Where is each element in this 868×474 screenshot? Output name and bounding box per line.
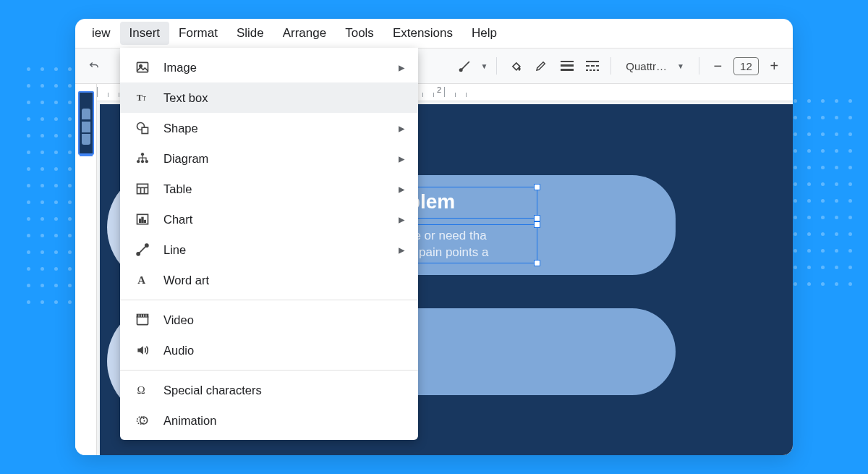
menu-separator bbox=[120, 370, 418, 371]
menubar: iewInsertFormatSlideArrangeToolsExtensio… bbox=[75, 19, 793, 48]
shape-icon bbox=[135, 120, 150, 136]
border-weight-icon[interactable] bbox=[557, 55, 576, 77]
menu-item-label: Video bbox=[163, 313, 194, 327]
menu-slide[interactable]: Slide bbox=[227, 22, 273, 45]
slide-thumbnail-panel bbox=[75, 84, 97, 455]
svg-rect-21 bbox=[142, 127, 148, 133]
svg-point-25 bbox=[145, 160, 148, 163]
svg-rect-6 bbox=[586, 65, 590, 67]
font-size-increase-button[interactable]: + bbox=[765, 55, 784, 77]
svg-rect-10 bbox=[590, 69, 592, 71]
menu-item-image[interactable]: Image▸ bbox=[120, 52, 418, 82]
svg-rect-31 bbox=[140, 219, 141, 222]
toolbar-separator bbox=[610, 57, 611, 75]
menu-arrange[interactable]: Arrange bbox=[273, 22, 336, 45]
svg-rect-33 bbox=[145, 221, 146, 223]
pencil-icon[interactable] bbox=[532, 55, 551, 77]
wordart-icon: A bbox=[135, 272, 150, 288]
menu-item-label: Word art bbox=[163, 274, 209, 287]
font-family-label: Quattr… bbox=[626, 60, 667, 72]
paint-bucket-icon[interactable] bbox=[506, 55, 525, 77]
decor-dots-right bbox=[788, 94, 868, 304]
animation-icon bbox=[135, 412, 150, 428]
menu-item-shape[interactable]: Shape▸ bbox=[120, 113, 418, 143]
menu-item-label: Table bbox=[163, 182, 192, 196]
svg-point-22 bbox=[141, 153, 144, 156]
svg-rect-7 bbox=[591, 65, 595, 67]
svg-text:Ω: Ω bbox=[137, 384, 145, 396]
menu-item-audio[interactable]: Audio bbox=[120, 335, 418, 365]
submenu-arrow-icon: ▸ bbox=[399, 122, 405, 135]
menu-item-table[interactable]: Table▸ bbox=[120, 174, 418, 204]
svg-point-36 bbox=[145, 244, 148, 247]
submenu-arrow-icon: ▸ bbox=[399, 152, 405, 166]
table-icon bbox=[135, 181, 150, 197]
svg-rect-9 bbox=[586, 69, 588, 71]
menu-format[interactable]: Format bbox=[169, 22, 227, 45]
toolbar-separator bbox=[699, 57, 699, 75]
decor-dots-left bbox=[22, 62, 80, 178]
omega-icon: Ω bbox=[135, 382, 150, 398]
menu-tools[interactable]: Tools bbox=[336, 22, 383, 45]
resize-handle[interactable] bbox=[534, 184, 540, 190]
slides-app-window: iewInsertFormatSlideArrangeToolsExtensio… bbox=[75, 19, 793, 455]
menu-item-special-characters[interactable]: ΩSpecial characters bbox=[120, 375, 418, 405]
video-icon bbox=[135, 312, 150, 328]
svg-rect-11 bbox=[593, 69, 595, 71]
menu-iew[interactable]: iew bbox=[82, 22, 120, 45]
menu-item-diagram[interactable]: Diagram▸ bbox=[120, 143, 418, 174]
svg-rect-5 bbox=[586, 61, 599, 62]
slide-thumbnail[interactable] bbox=[78, 91, 94, 155]
svg-rect-4 bbox=[561, 69, 574, 71]
toolbar-separator bbox=[496, 57, 497, 75]
svg-text:T: T bbox=[142, 96, 146, 102]
menu-item-chart[interactable]: Chart▸ bbox=[120, 204, 418, 234]
svg-point-1 bbox=[459, 69, 461, 71]
resize-handle[interactable] bbox=[534, 221, 540, 228]
svg-text:A: A bbox=[137, 274, 145, 286]
textbox-icon: TT bbox=[135, 90, 150, 106]
menu-help[interactable]: Help bbox=[462, 22, 506, 45]
resize-handle[interactable] bbox=[534, 215, 540, 221]
svg-rect-38 bbox=[137, 316, 148, 325]
border-dash-icon[interactable] bbox=[582, 55, 602, 77]
menu-item-word-art[interactable]: AWord art bbox=[120, 265, 418, 295]
menu-item-label: Special characters bbox=[163, 384, 262, 397]
audio-icon bbox=[135, 342, 150, 358]
menu-item-animation[interactable]: Animation bbox=[120, 405, 418, 436]
font-size-decrease-button[interactable]: − bbox=[708, 55, 728, 77]
menu-insert[interactable]: Insert bbox=[120, 22, 170, 45]
svg-rect-32 bbox=[142, 218, 143, 223]
insert-menu-dropdown: Image▸TTText boxShape▸Diagram▸Table▸Char… bbox=[120, 48, 418, 440]
svg-rect-8 bbox=[596, 65, 599, 67]
submenu-arrow-icon: ▸ bbox=[399, 243, 405, 257]
line-tool-icon[interactable] bbox=[455, 55, 475, 77]
svg-rect-12 bbox=[597, 69, 599, 71]
menu-item-label: Animation bbox=[163, 414, 216, 428]
svg-point-35 bbox=[137, 253, 140, 255]
svg-point-23 bbox=[137, 160, 140, 163]
image-icon bbox=[135, 59, 150, 75]
font-family-select[interactable]: Quattr… ▼ bbox=[620, 60, 690, 72]
svg-rect-26 bbox=[137, 184, 148, 193]
resize-handle[interactable] bbox=[534, 260, 540, 266]
undo-icon[interactable] bbox=[84, 55, 103, 77]
font-size-input[interactable]: 12 bbox=[733, 57, 759, 75]
svg-point-24 bbox=[141, 160, 144, 163]
chart-icon bbox=[135, 211, 150, 227]
menu-item-video[interactable]: Video bbox=[120, 305, 418, 335]
menu-item-label: Audio bbox=[163, 344, 194, 357]
menu-item-label: Shape bbox=[163, 122, 198, 135]
menu-item-text-box[interactable]: TTText box bbox=[120, 82, 418, 113]
menu-separator bbox=[120, 300, 418, 300]
svg-rect-16 bbox=[137, 62, 148, 72]
menu-item-label: Line bbox=[163, 243, 186, 257]
submenu-arrow-icon: ▸ bbox=[399, 182, 405, 196]
menu-item-label: Diagram bbox=[163, 152, 208, 166]
dropdown-caret-icon[interactable]: ▼ bbox=[481, 62, 488, 70]
svg-rect-3 bbox=[561, 64, 574, 67]
menu-extensions[interactable]: Extensions bbox=[383, 22, 462, 45]
menu-item-line[interactable]: Line▸ bbox=[120, 234, 418, 265]
diagram-icon bbox=[135, 151, 150, 166]
ruler-label: 2 bbox=[437, 85, 441, 94]
